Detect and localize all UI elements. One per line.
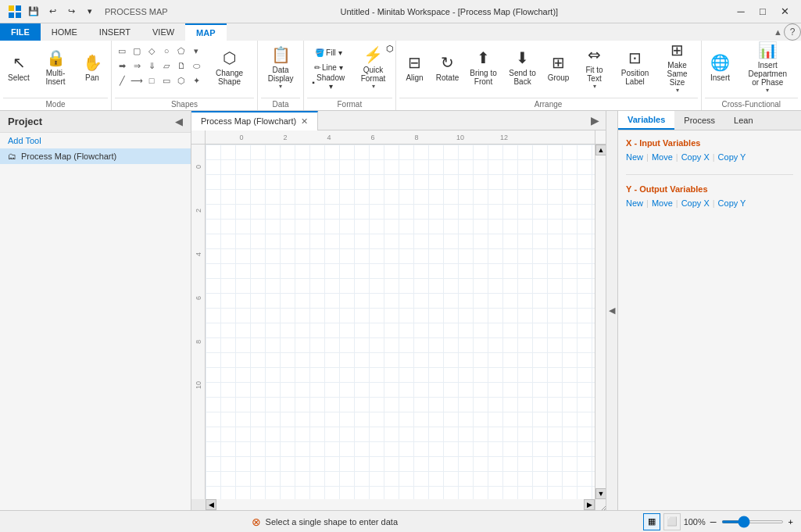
shape-connector[interactable]: ⟶ (130, 73, 144, 87)
format-label: Format (307, 98, 392, 110)
shape-arrow-r[interactable]: ➡ (115, 59, 129, 73)
ribbon-section-format: 🪣 Fill ▾ ✏ Line ▾ ▪ Shadow ▾ ⚡ Quick For… (304, 41, 395, 110)
tab-map[interactable]: MAP (185, 23, 226, 41)
shape-rect2[interactable]: □ (145, 73, 159, 87)
redo-btn[interactable]: ↪ (63, 3, 80, 20)
add-tool-link[interactable]: Add Tool (0, 133, 191, 148)
scroll-v-down[interactable]: ▼ (595, 488, 606, 499)
shapes-grid-container: ▭ ▢ ◇ ○ ⬠ ▾ ➡ ⇒ ⇓ ▱ 🗋 ⬭ ╱ ⟶ □ ▭ ⬡ (115, 44, 203, 87)
quick-access-dropdown[interactable]: ▾ (81, 3, 98, 20)
insert-btn[interactable]: 🌐 Insert (705, 44, 736, 91)
zoom-minus-btn[interactable]: ─ (709, 517, 718, 527)
tab-process[interactable]: Process (674, 111, 724, 130)
tab-insert[interactable]: INSERT (88, 23, 141, 41)
shape-pentagon[interactable]: ⬠ (174, 44, 188, 58)
svg-rect-2 (9, 12, 14, 18)
position-label-btn[interactable]: ⊡ Position Label (615, 44, 656, 91)
shape-rect3[interactable]: ▭ (159, 73, 173, 87)
project-item-flowchart[interactable]: 🗂 Process Map (Flowchart) (0, 148, 191, 164)
canvas-tab-close[interactable]: ✕ (301, 116, 308, 127)
shape-diamond[interactable]: ◇ (145, 44, 159, 58)
scroll-h-right[interactable]: ▶ (584, 499, 595, 510)
right-panel-tabs: Variables Process Lean (618, 111, 801, 130)
canvas-tab-flowchart[interactable]: Process Map (Flowchart) ✕ (191, 111, 318, 130)
scroll-v-up[interactable]: ▲ (595, 145, 606, 155)
minimize-btn[interactable]: ─ (731, 4, 751, 20)
y-copy-y-btn[interactable]: Copy Y (718, 198, 746, 208)
ruler-v-6: 6 (191, 276, 205, 320)
fill-btn[interactable]: 🪣 Fill ▾ (307, 45, 349, 59)
arrange-label: Arrange (399, 98, 698, 110)
align-btn[interactable]: ⊟ Align (399, 44, 431, 91)
scroll-h-track[interactable] (216, 499, 584, 510)
ribbon-collapse-btn[interactable]: ▲ (772, 23, 784, 41)
scroll-corner-br (595, 499, 606, 510)
change-shape-btn[interactable]: ⬡ Change Shape (205, 44, 254, 91)
maximize-btn[interactable]: □ (753, 4, 773, 20)
x-copy-y-btn[interactable]: Copy Y (718, 152, 746, 162)
send-to-back-btn[interactable]: ⬇ Send to Back (504, 44, 542, 91)
ribbon-tab-bar: FILE HOME INSERT VIEW MAP ▲ ? (0, 23, 801, 41)
canvas-grid[interactable] (206, 145, 595, 499)
close-btn[interactable]: ✕ (774, 4, 795, 20)
shape-rect[interactable]: ▭ (115, 44, 129, 58)
x-sep-1: | (646, 152, 649, 162)
tab-view[interactable]: VIEW (141, 23, 185, 41)
scroll-h-left[interactable]: ◀ (206, 499, 216, 510)
shadow-btn[interactable]: ▪ Shadow ▾ (307, 75, 349, 89)
shape-arrow-d[interactable]: ⇒ (130, 59, 144, 73)
scroll-v-track[interactable] (595, 155, 606, 488)
y-copy-x-btn[interactable]: Copy X (681, 198, 710, 208)
shape-star[interactable]: ✦ (189, 73, 203, 87)
zoom-plus-btn[interactable]: + (787, 517, 795, 527)
project-collapse-btn[interactable]: ◀ (175, 116, 183, 127)
y-move-btn[interactable]: Move (652, 198, 673, 208)
pan-btn[interactable]: ✋ Pan (77, 44, 108, 91)
tab-home[interactable]: HOME (41, 23, 88, 41)
title-bar-controls: ─ □ ✕ (731, 4, 795, 20)
data-display-icon: 📋 (271, 45, 291, 64)
main-layout: Project ◀ Add Tool 🗂 Process Map (Flowch… (0, 111, 801, 510)
shape-hex[interactable]: ⬡ (174, 73, 188, 87)
shape-parallelogram[interactable]: ▱ (159, 59, 173, 73)
fit-to-text-btn[interactable]: ⇔ Fit to Text ▾ (576, 44, 613, 91)
insert-dept-icon: 📊 (758, 41, 778, 59)
ruler-v-4: 4 (191, 232, 205, 276)
data-display-btn[interactable]: 📋 Data Display ▾ (261, 44, 300, 91)
make-same-size-btn[interactable]: ⊞ Make Same Size ▾ (657, 44, 698, 91)
x-new-btn[interactable]: New (626, 152, 643, 162)
tab-variables[interactable]: Variables (618, 111, 674, 130)
rotate-btn[interactable]: ↻ Rotate (432, 44, 463, 91)
insert-icon: 🌐 (710, 53, 730, 72)
shape-rounded-rect[interactable]: ▢ (130, 44, 144, 58)
shape-doc[interactable]: 🗋 (174, 59, 188, 73)
help-btn[interactable]: ? (784, 23, 801, 41)
tab-lean[interactable]: Lean (724, 111, 762, 130)
insert-dept-btn[interactable]: 📊 Insert Departmen or Phase ▾ (738, 44, 798, 91)
undo-btn[interactable]: ↩ (44, 3, 61, 20)
format-expand-btn[interactable]: ⬡ (386, 44, 394, 54)
tab-file[interactable]: FILE (0, 23, 41, 41)
shape-line[interactable]: ╱ (115, 73, 129, 87)
view-normal-btn[interactable]: ▦ (643, 513, 660, 530)
group-btn[interactable]: ⊞ Group (543, 44, 574, 91)
right-panel-expand-btn[interactable]: ◀ (606, 111, 617, 510)
multi-insert-btn[interactable]: 🔒 Multi-Insert (36, 44, 75, 91)
x-copy-x-btn[interactable]: Copy X (681, 152, 710, 162)
zoom-slider[interactable] (721, 520, 784, 523)
save-quick-btn[interactable]: 💾 (25, 3, 42, 20)
shape-ellipse[interactable]: ○ (159, 44, 173, 58)
view-page-btn[interactable]: ⬜ (663, 513, 681, 530)
canvas-expand-btn[interactable]: ▶ (585, 112, 606, 128)
x-variables-section: X - Input Variables New | Move | Copy X … (626, 138, 793, 162)
select-btn[interactable]: ↖ Select (3, 44, 34, 91)
canvas-ruler-top: 0 2 4 6 8 10 12 (206, 130, 595, 145)
shape-cylinder[interactable]: ⬭ (189, 59, 203, 73)
shape-more[interactable]: ▾ (189, 44, 203, 58)
x-move-btn[interactable]: Move (652, 152, 673, 162)
line-btn[interactable]: ✏ Line ▾ (307, 60, 349, 74)
y-variables-actions: New | Move | Copy X | Copy Y (626, 198, 793, 208)
y-new-btn[interactable]: New (626, 198, 643, 208)
shape-arrow-dl[interactable]: ⇓ (145, 59, 159, 73)
bring-to-front-btn[interactable]: ⬆ Bring to Front (465, 44, 502, 91)
